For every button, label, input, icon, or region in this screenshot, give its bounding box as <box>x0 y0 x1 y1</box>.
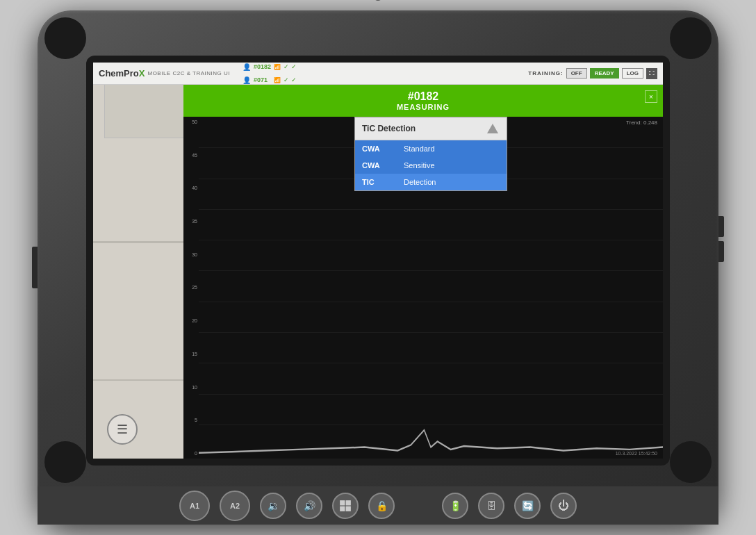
dropdown-panel: TiC Detection CWA Standard CWA <box>354 117 507 191</box>
side-buttons-right <box>718 216 724 262</box>
screen: ChemProX MOBILE C2C & TRAINING UI 👤 #018… <box>93 63 663 459</box>
dropdown-val-1: Sensitive <box>404 161 435 170</box>
training-off-button[interactable]: OFF <box>566 68 587 79</box>
power-icon: ⏻ <box>558 500 569 512</box>
timestamp: 10.3.2022 15:42:50 <box>616 451 657 456</box>
top-bar: ChemProX MOBILE C2C & TRAINING UI 👤 #018… <box>93 63 663 85</box>
expand-icon: ⛶ <box>649 70 655 76</box>
y-label-25: 25 <box>185 285 197 290</box>
sync-icon: 🔄 <box>522 500 534 511</box>
device-status-2: ✓ ✓ <box>284 76 297 83</box>
alert-icon <box>486 122 500 135</box>
button-sync[interactable]: 🔄 <box>514 493 541 519</box>
button-lock[interactable]: 🔒 <box>368 493 395 519</box>
camera-main <box>373 0 383 1</box>
chart-inner: Trend: 0.248 10.3.2022 15:42:50 TiC Dete… <box>199 117 663 459</box>
device-id-2: #071 <box>254 76 271 83</box>
button-power[interactable]: ⏻ <box>550 493 577 519</box>
y-label-20: 20 <box>185 318 197 323</box>
bottom-bar: A1 A2 🔉 🔊 🔒 🔋 🗄 <box>38 486 718 525</box>
logo-brand: ChemPro <box>99 68 139 79</box>
bumper-bl <box>44 441 86 483</box>
device-signal-2: 📶 <box>274 77 281 83</box>
bumper-tl <box>44 17 86 59</box>
training-log-button[interactable]: LOG <box>622 68 643 79</box>
y-label-35: 35 <box>185 219 197 224</box>
chart-line <box>199 430 663 453</box>
y-label-45: 45 <box>185 153 197 158</box>
expand-icon-button[interactable]: ⛶ <box>646 68 657 79</box>
button-windows[interactable] <box>332 493 359 519</box>
side-button-right-2[interactable] <box>718 241 724 262</box>
y-label-40: 40 <box>185 186 197 190</box>
person-icon-2: 👤 <box>243 76 251 84</box>
device-item-1[interactable]: 👤 #0182 📶 ✓ ✓ <box>241 63 298 73</box>
device-status-1: ✓ ✓ <box>284 63 297 70</box>
lock-icon: 🔒 <box>376 500 388 511</box>
vol-down-icon: 🔉 <box>268 500 279 511</box>
side-button-right-1[interactable] <box>718 216 724 237</box>
map-block-1 <box>104 83 188 138</box>
button-storage[interactable]: 🗄 <box>478 493 504 519</box>
close-icon: × <box>649 93 653 101</box>
button-battery[interactable]: 🔋 <box>442 493 468 519</box>
camera-area <box>362 0 394 1</box>
logo-text: ChemProX <box>99 68 145 79</box>
dropdown-header: TiC Detection <box>355 117 507 140</box>
dropdown-item-cwa-sensitive[interactable]: CWA Sensitive <box>355 157 507 174</box>
tablet-shell: ChemProX MOBILE C2C & TRAINING UI 👤 #018… <box>38 10 718 525</box>
screen-bezel: ChemProX MOBILE C2C & TRAINING UI 👤 #018… <box>86 56 670 466</box>
y-label-15: 15 <box>185 352 197 356</box>
measurement-device-id: #0182 <box>195 90 652 103</box>
app-subtitle: MOBILE C2C & TRAINING UI <box>147 70 230 76</box>
dropdown-item-tic-detection[interactable]: TIC Detection <box>355 174 507 190</box>
device-id-1: #0182 <box>254 63 271 70</box>
a2-label: A2 <box>230 502 240 510</box>
button-a1[interactable]: A1 <box>179 491 210 521</box>
dropdown-cat-2: TIC <box>362 178 390 186</box>
triangle-icon <box>487 124 498 133</box>
bumper-br <box>670 441 712 483</box>
device-item-2[interactable]: 👤 #071 📶 ✓ ✓ <box>241 74 298 86</box>
measurement-status: MEASURING <box>195 103 652 111</box>
dropdown-title: TiC Detection <box>362 124 416 133</box>
svg-rect-2 <box>340 506 345 511</box>
training-section: TRAINING: OFF READY LOG ⛶ <box>528 68 657 79</box>
training-ready-button[interactable]: READY <box>590 68 619 79</box>
y-label-0: 0 <box>185 451 197 456</box>
button-vol-up[interactable]: 🔊 <box>296 493 322 519</box>
windows-icon <box>339 500 352 512</box>
dropdown-cat-0: CWA <box>362 145 390 153</box>
a1-label: A1 <box>190 502 199 510</box>
logo-x: X <box>139 68 145 79</box>
y-label-5: 5 <box>185 418 197 422</box>
menu-button[interactable]: ☰ <box>107 414 138 445</box>
person-icon-1: 👤 <box>243 63 251 71</box>
dropdown-cat-1: CWA <box>362 161 390 170</box>
y-axis: 50 45 40 35 30 25 20 15 10 5 0 <box>183 117 199 459</box>
dropdown-val-2: Detection <box>404 178 436 186</box>
close-button[interactable]: × <box>645 90 657 103</box>
svg-rect-0 <box>340 500 345 505</box>
side-button-left[interactable] <box>32 247 38 288</box>
bumper-tr <box>670 17 712 59</box>
y-label-30: 30 <box>185 252 197 257</box>
battery-icon: 🔋 <box>450 500 461 511</box>
y-label-10: 10 <box>185 385 197 390</box>
device-signal-1: 📶 <box>274 64 281 70</box>
svg-rect-3 <box>346 506 351 511</box>
logo-area: ChemProX MOBILE C2C & TRAINING UI <box>99 68 230 79</box>
menu-icon: ☰ <box>117 422 128 437</box>
device-list-topbar: 👤 #0182 📶 ✓ ✓ 👤 #071 📶 ✓ ✓ <box>241 63 298 86</box>
svg-rect-1 <box>346 500 351 505</box>
measurement-panel: #0182 MEASURING × 50 45 40 35 30 25 <box>183 85 663 459</box>
storage-icon: 🗄 <box>486 500 496 511</box>
dropdown-item-cwa-standard[interactable]: CWA Standard <box>355 140 507 157</box>
green-header: #0182 MEASURING × <box>183 85 663 117</box>
chart-container: 50 45 40 35 30 25 20 15 10 5 0 <box>183 117 663 459</box>
training-label: TRAINING: <box>528 70 563 76</box>
button-a2[interactable]: A2 <box>220 491 250 521</box>
y-label-50: 50 <box>185 120 197 124</box>
button-vol-down[interactable]: 🔉 <box>260 493 286 519</box>
dropdown-val-0: Standard <box>404 145 435 153</box>
